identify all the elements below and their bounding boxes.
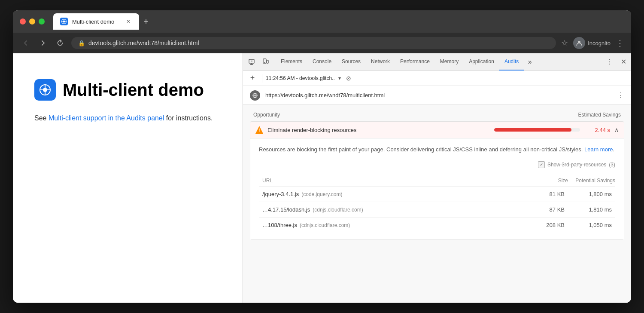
resource-savings-0: 1,800 ms (565, 191, 612, 197)
audit-chevron[interactable]: ∧ (614, 126, 619, 133)
browser-window: Multi-client demo ✕ + 🔒 devtools.glitc (13, 10, 631, 303)
third-party-checkbox-row: ✓ Show 3rd-party resources (3) (259, 161, 615, 168)
address-text: devtools.glitch.me/wndt78/multiclient.ht… (88, 40, 199, 46)
devtools-top-actions: ⋮ ✕ (604, 56, 629, 68)
resource-table: URL Size Potential Savings /jquery-3.4.1… (259, 175, 615, 233)
add-button[interactable]: + (246, 72, 258, 84)
resource-row-0: /jquery-3.4.1.js (code.jquery.com) 81 KB… (259, 186, 615, 202)
resource-url-1: …4.17.15/lodash.js (cdnjs.cloudflare.com… (262, 206, 522, 213)
audit-body: Resources are blocking the first paint o… (250, 138, 624, 239)
resource-domain-1: (cdnjs.cloudflare.com) (313, 207, 363, 213)
page-description: See Multi-client support in the Audits p… (34, 113, 221, 124)
resource-url-0: /jquery-3.4.1.js (code.jquery.com) (262, 191, 522, 197)
audit-item-header[interactable]: Eliminate render-blocking resources 2.44… (250, 122, 624, 138)
lock-icon: 🔒 (78, 40, 85, 46)
tab-favicon (60, 18, 68, 25)
devtools-url-bar: https://devtools.glitch.me/wndt78/multic… (243, 86, 631, 105)
toolbar-separator (262, 74, 262, 83)
col-header-size: Size (525, 178, 568, 184)
address-input[interactable]: 🔒 devtools.glitch.me/wndt78/multiclient.… (71, 37, 556, 49)
resource-row-2: …108/three.js (cdnjs.cloudflare.com) 208… (259, 217, 615, 233)
close-devtools-button[interactable]: ✕ (617, 56, 629, 68)
col-header-savings: Potential Savings (568, 178, 615, 184)
col-header-url: URL (259, 178, 525, 184)
resource-domain-2: (cdnjs.cloudflare.com) (300, 222, 350, 228)
tab-sources[interactable]: Sources (337, 53, 366, 71)
audit-title: Eliminate render-blocking resources (267, 127, 490, 133)
inspect-element-button[interactable] (245, 55, 258, 69)
devtools-url-text: https://devtools.glitch.me/wndt78/multic… (265, 92, 612, 98)
tab-bar: Multi-client demo ✕ + (53, 13, 624, 30)
tab-audits[interactable]: Audits (499, 53, 524, 71)
tab-console[interactable]: Console (307, 53, 337, 71)
audit-savings: 2.44 s (584, 127, 610, 133)
resource-row-1: …4.17.15/lodash.js (cdnjs.cloudflare.com… (259, 202, 615, 217)
bookmark-button[interactable]: ☆ (561, 38, 568, 48)
tab-close-button[interactable]: ✕ (125, 18, 132, 25)
warning-icon (255, 126, 263, 134)
page-logo (34, 79, 56, 101)
estimated-savings-label: Estimated Savings (578, 112, 621, 118)
browser-menu-button[interactable]: ⋮ (616, 38, 624, 48)
audit-item-render-blocking: Eliminate render-blocking resources 2.44… (250, 121, 624, 240)
url-more-button[interactable]: ⋮ (617, 91, 624, 99)
page-title: Multi-client demo (63, 80, 204, 100)
back-button[interactable] (20, 37, 32, 49)
svg-rect-7 (267, 60, 268, 63)
toolbar-timestamp: 11:24:56 AM - devtools.glitch.. (266, 75, 335, 81)
devtools-panel: Elements Console Sources Network Perform… (243, 53, 631, 303)
toolbar-clear-button[interactable]: ⊘ (344, 74, 353, 83)
browser-tab[interactable]: Multi-client demo ✕ (53, 13, 139, 30)
site-icon (250, 90, 260, 101)
opportunity-label: Opportunity (253, 112, 280, 118)
tab-performance[interactable]: Performance (395, 53, 435, 71)
resource-size-2: 208 KB (522, 222, 565, 228)
devtools-toolbar: + 11:24:56 AM - devtools.glitch.. ▾ ⊘ (243, 71, 631, 86)
more-tabs-button[interactable]: » (524, 56, 536, 68)
tab-network[interactable]: Network (366, 53, 395, 71)
resource-main-url-0: /jquery-3.4.1.js (262, 191, 299, 197)
forward-button[interactable] (37, 37, 49, 49)
device-toolbar-button[interactable] (258, 55, 272, 69)
minimize-traffic-light[interactable] (29, 18, 35, 25)
tab-application[interactable]: Application (464, 53, 499, 71)
profile-icon (573, 37, 585, 49)
audits-panel-link[interactable]: Multi-client support in the Audits panel (49, 114, 166, 122)
third-party-checkbox[interactable]: ✓ (538, 161, 545, 168)
audit-bar (494, 128, 571, 132)
resource-url-2: …108/three.js (cdnjs.cloudflare.com) (262, 222, 522, 228)
resource-main-url-1: …4.17.15/lodash.js (262, 206, 310, 213)
profile-button[interactable]: Incognito (573, 37, 611, 49)
audit-bar-container (494, 128, 580, 132)
devtools-more-options-button[interactable]: ⋮ (604, 56, 616, 68)
new-tab-button[interactable]: + (139, 15, 153, 28)
tab-memory[interactable]: Memory (435, 53, 464, 71)
resource-size-1: 87 KB (522, 206, 565, 213)
toolbar-dropdown[interactable]: ▾ (338, 75, 341, 81)
audit-description: Resources are blocking the first paint o… (259, 145, 615, 154)
resource-domain-0: (code.jquery.com) (301, 191, 342, 197)
tab-title: Multi-client demo (72, 18, 120, 25)
page-content: Multi-client demo See Multi-client suppo… (13, 53, 243, 303)
description-after: for instructions. (166, 114, 213, 122)
devtools-tab-bar: Elements Console Sources Network Perform… (243, 53, 631, 71)
resource-size-0: 81 KB (522, 191, 565, 197)
title-bar: Multi-client demo ✕ + (13, 10, 631, 33)
learn-more-link[interactable]: Learn more (584, 146, 613, 153)
resource-table-header: URL Size Potential Savings (259, 175, 615, 186)
reload-button[interactable] (54, 37, 66, 49)
close-traffic-light[interactable] (20, 18, 26, 25)
resource-savings-2: 1,050 ms (565, 222, 612, 228)
maximize-traffic-light[interactable] (39, 18, 45, 25)
page-logo-title: Multi-client demo (34, 79, 221, 101)
audits-content: Opportunity Estimated Savings Eliminate … (243, 105, 631, 303)
resource-main-url-2: …108/three.js (262, 222, 297, 228)
audit-description-text: Resources are blocking the first paint o… (259, 146, 583, 153)
traffic-lights (20, 18, 45, 25)
address-bar: 🔒 devtools.glitch.me/wndt78/multiclient.… (13, 33, 631, 53)
description-before: See (34, 114, 49, 122)
opportunity-header: Opportunity Estimated Savings (250, 112, 624, 121)
profile-label: Incognito (588, 40, 611, 46)
third-party-label: Show 3rd-party resources (547, 162, 606, 168)
tab-elements[interactable]: Elements (276, 53, 307, 71)
